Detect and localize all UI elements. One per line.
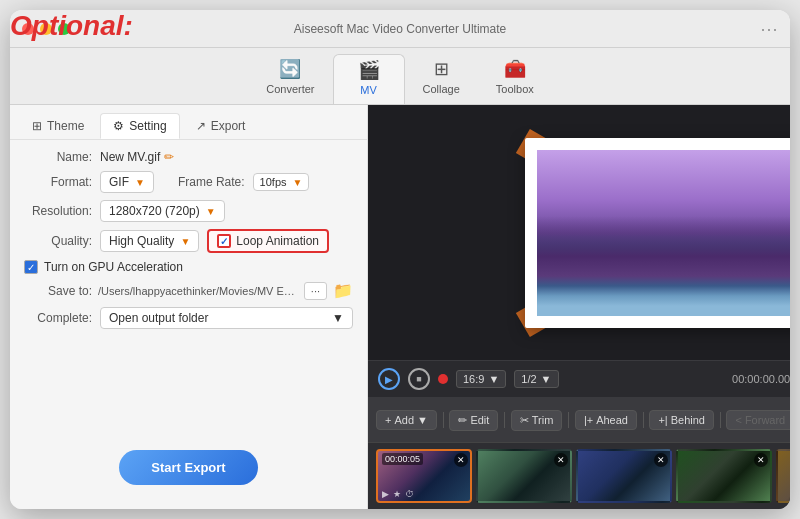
timeline: + Add ▼ ✏ Edit ✂ Trim [368, 397, 790, 509]
collage-tab-label: Collage [423, 83, 460, 95]
sub-tabs: ⊞ Theme ⚙ Setting ↗ Export [10, 105, 367, 140]
format-dropdown-arrow: ▼ [135, 177, 145, 188]
collage-icon: ⊞ [434, 58, 449, 80]
save-path-text: /Users/lhappyacethinker/Movies/MV Export… [98, 285, 298, 297]
start-export-left-button[interactable]: Start Export [119, 450, 257, 485]
gpu-row: ✓ Turn on GPU Acceleration [24, 260, 353, 274]
behind-icon: +| [658, 414, 667, 426]
zoom-value: 1/2 [521, 373, 536, 385]
tab-converter[interactable]: 🔄 Converter [248, 54, 332, 104]
settings-form: Name: New MV.gif ✏ Format: GIF ▼ Frame R… [10, 140, 367, 438]
playback-bar: ▶ ■ 16:9 ▼ 1/2 ▼ 00:00:00.00/00:25.00 🔊 … [368, 360, 790, 397]
main-content: ⊞ Theme ⚙ Setting ↗ Export Name: [10, 105, 790, 509]
complete-dropdown[interactable]: Open output folder ▼ [100, 307, 353, 329]
ahead-icon: |+ [584, 414, 593, 426]
complete-row: Complete: Open output folder ▼ [24, 307, 353, 329]
name-value-text: New MV.gif [100, 150, 160, 164]
complete-value: Open output folder [109, 311, 208, 325]
quality-dropdown[interactable]: High Quality ▼ [100, 230, 199, 252]
quality-label: Quality: [24, 234, 92, 248]
clip-4-close[interactable]: ✕ [754, 453, 768, 467]
trim-label: Trim [532, 414, 554, 426]
clip-3-close[interactable]: ✕ [654, 453, 668, 467]
loop-animation-checkbox[interactable]: ✓ [217, 234, 231, 248]
zoom-selector[interactable]: 1/2 ▼ [514, 370, 558, 388]
ahead-label: Ahead [596, 414, 628, 426]
forward-button[interactable]: < Forward [726, 410, 790, 430]
clip-2[interactable]: ✕ [476, 449, 572, 503]
ahead-button[interactable]: |+ Ahead [575, 410, 637, 430]
clip-4[interactable]: ✕ [676, 449, 772, 503]
add-button[interactable]: + Add ▼ [376, 410, 437, 430]
clip-1-close[interactable]: ✕ [454, 453, 468, 467]
clip-1[interactable]: 00:00:05 ✕ ▶ ★ ⏱ [376, 449, 472, 503]
setting-tab-label: Setting [129, 119, 166, 133]
preview-frame [525, 138, 790, 328]
framerate-group: Frame Rate: 10fps ▼ [178, 173, 310, 191]
edit-button[interactable]: ✏ Edit [449, 410, 498, 431]
edit-icon: ✏ [458, 414, 467, 427]
resolution-label: Resolution: [24, 204, 92, 218]
format-label: Format: [24, 175, 92, 189]
framerate-arrow: ▼ [293, 177, 303, 188]
toolbox-icon: 🧰 [504, 58, 526, 80]
app-window: Aiseesoft Mac Video Converter Ultimate ⋯… [10, 10, 790, 509]
star-icon: ★ [393, 489, 401, 499]
sub-tab-theme[interactable]: ⊞ Theme [20, 113, 96, 139]
aspect-ratio-selector[interactable]: 16:9 ▼ [456, 370, 506, 388]
clip-3[interactable]: ✕ [576, 449, 672, 503]
complete-label: Complete: [24, 311, 92, 325]
clock-icon: ⏱ [405, 489, 414, 499]
gpu-checkbox[interactable]: ✓ [24, 260, 38, 274]
stop-button[interactable]: ■ [408, 368, 430, 390]
resolution-dropdown[interactable]: 1280x720 (720p) ▼ [100, 200, 225, 222]
preview-trees [537, 216, 790, 316]
resolution-arrow: ▼ [206, 206, 216, 217]
format-value: GIF [109, 175, 129, 189]
framerate-dropdown[interactable]: 10fps ▼ [253, 173, 310, 191]
name-value: New MV.gif ✏ [100, 150, 174, 164]
quality-row: Quality: High Quality ▼ ✓ Loop Animation [24, 229, 353, 253]
name-label: Name: [24, 150, 92, 164]
preview-area [368, 105, 790, 360]
window-menu-icon[interactable]: ⋯ [760, 18, 778, 40]
trim-button[interactable]: ✂ Trim [511, 410, 563, 431]
sub-tab-setting[interactable]: ⚙ Setting [100, 113, 179, 139]
loop-animation-box: ✓ Loop Animation [207, 229, 329, 253]
forward-label: Forward [745, 414, 785, 426]
quality-value: High Quality [109, 234, 174, 248]
tab-toolbox[interactable]: 🧰 Toolbox [478, 54, 552, 104]
theme-icon: ⊞ [32, 119, 42, 133]
optional-label: Optional: [10, 10, 133, 42]
format-row: Format: GIF ▼ Frame Rate: 10fps ▼ [24, 171, 353, 193]
plus-icon: + [385, 414, 391, 426]
browse-dots-button[interactable]: ··· [304, 282, 327, 300]
tab-mv[interactable]: 🎬 MV [333, 54, 405, 104]
format-dropdown[interactable]: GIF ▼ [100, 171, 154, 193]
sub-tab-export[interactable]: ↗ Export [184, 113, 258, 139]
clip-1-time: 00:00:05 [382, 453, 423, 465]
folder-icon[interactable]: 📁 [333, 281, 353, 300]
quality-arrow: ▼ [180, 236, 190, 247]
nav-tabs: 🔄 Converter 🎬 MV ⊞ Collage 🧰 Toolbox [10, 48, 790, 105]
name-edit-icon[interactable]: ✏ [164, 150, 174, 164]
aspect-ratio-value: 16:9 [463, 373, 484, 385]
resolution-value: 1280x720 (720p) [109, 204, 200, 218]
save-to-label: Save to: [24, 284, 92, 298]
clip-2-close[interactable]: ✕ [554, 453, 568, 467]
aspect-arrow: ▼ [488, 373, 499, 385]
timeline-toolbar: + Add ▼ ✏ Edit ✂ Trim [368, 398, 790, 443]
mv-icon: 🎬 [358, 59, 380, 81]
save-to-row: Save to: /Users/lhappyacethinker/Movies/… [24, 281, 353, 300]
tab-collage[interactable]: ⊞ Collage [405, 54, 478, 104]
time-display: 00:00:00.00/00:25.00 [732, 373, 790, 385]
play-button[interactable]: ▶ [378, 368, 400, 390]
preview-image [525, 138, 790, 328]
behind-label: Behind [671, 414, 705, 426]
clip-5[interactable]: ✕ [776, 449, 790, 503]
behind-button[interactable]: +| Behind [649, 410, 714, 430]
add-label: Add [394, 414, 414, 426]
setting-icon: ⚙ [113, 119, 124, 133]
time-current: 00:00:00.00 [732, 373, 790, 385]
loop-animation-label: Loop Animation [236, 234, 319, 248]
